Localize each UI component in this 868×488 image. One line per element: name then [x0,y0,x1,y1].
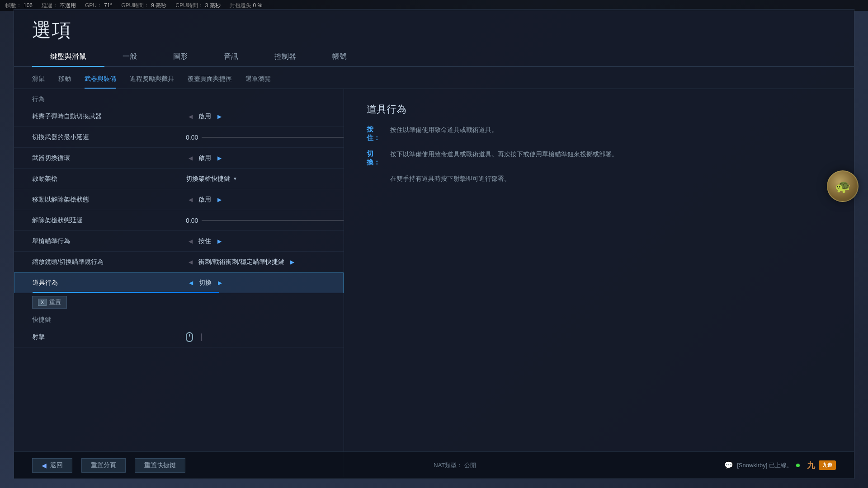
reset-btn-container: X 重置 [14,293,344,311]
arrow-right-7[interactable]: ▶ [288,258,297,267]
dismount-delay-slider[interactable] [202,220,344,221]
arrow-left-2[interactable]: ◀ [186,154,195,163]
chat-area: 💬 [Snowkirby] 已上線。 [724,461,800,469]
setting-auto-switch-value: ◀ 啟用 ▶ [186,112,344,121]
setting-switch-delay[interactable]: 切換武器的最小延遲 0.00 [14,127,344,148]
setting-weapon-cycle-label: 武器切換循環 [32,154,186,162]
help-item-2: 在雙手持有道具時按下射擊即可進行部署。 [367,174,831,183]
shortcut-shoot-value: | [186,332,344,342]
setting-equipment-behavior-value: ◀ 切換 ▶ [186,278,343,287]
setting-weapon-cycle-value: ◀ 啟用 ▶ [186,154,344,163]
gpu-time-status: GPU時間： 9 毫秒 [121,2,166,9]
reset-key-icon: X [38,299,47,306]
setting-zoom-behavior[interactable]: 縮放鏡頭/切換瞄準鏡行為 ◀ 衝刺/戰術衝刺/穩定瞄準快捷鍵 ▶ [14,252,344,272]
arrow-left-6[interactable]: ◀ [186,237,195,246]
help-desc-2: 在雙手持有道具時按下射擊即可進行部署。 [390,174,510,183]
tab-graphics[interactable]: 圖形 [155,47,206,67]
setting-auto-switch-label: 耗盡子彈時自動切換武器 [32,113,186,121]
arrow-right-6[interactable]: ▶ [215,237,224,246]
setting-aim-behavior[interactable]: 舉槍瞄準行為 ◀ 按住 ▶ [14,231,344,252]
online-user: [Snowkirby] 已上線。 [737,461,793,469]
reset-shortcuts-label: 重置快捷鍵 [144,461,176,469]
setting-zoom-behavior-value: ◀ 衝刺/戰術衝刺/穩定瞄準快捷鍵 ▶ [186,258,344,267]
sub-tabs: 滑鼠 移動 武器與裝備 進程獎勵與截具 覆蓋頁面與捷徑 選單瀏覽 [14,67,854,89]
main-container: 幀數： 106 延遲： 不適用 GPU： 71° GPU時間： 9 毫秒 CPU… [0,0,868,488]
gpu-value: 71° [104,2,112,9]
arrow-right-0[interactable]: ▶ [215,112,224,121]
mouse-dot [189,334,190,337]
arrow-right-4[interactable]: ▶ [215,195,224,204]
tab-keyboard-mouse[interactable]: 鍵盤與滑鼠 [32,47,104,67]
brand-logo: 九遊 [819,460,836,470]
arrow-left-0[interactable]: ◀ [186,112,195,121]
help-item-0: 按住： 按住以準備使用致命道具或戰術道具。 [367,125,831,142]
cpu-time-status: CPU時間： 3 毫秒 [175,2,220,9]
reset-shortcuts-button[interactable]: 重置快捷鍵 [135,458,185,473]
left-panel: 行為 耗盡子彈時自動切換武器 ◀ 啟用 ▶ 切換武器的最小延遲 [14,89,344,477]
shortcut-shoot-label: 射擊 [32,333,186,341]
bottom-right: 💬 [Snowkirby] 已上線。 九 九遊 [724,460,836,471]
setting-move-dismount-label: 移動以解除架槍狀態 [32,196,186,204]
shortcut-shoot[interactable]: 射擊 | [14,327,344,347]
reset-inline-button[interactable]: X 重置 [32,296,67,309]
tab-audio[interactable]: 音訊 [206,47,256,67]
gpu-time-value: 9 毫秒 [151,2,166,9]
gpu-label: GPU： [85,2,102,9]
nat-label: NAT類型： [434,462,462,469]
tab-general[interactable]: 一般 [104,47,155,67]
back-button[interactable]: ◀ 返回 [32,458,72,473]
help-title: 道具行為 [367,103,831,116]
arrow-left-7[interactable]: ◀ [186,258,195,267]
arrow-left-8[interactable]: ◀ [186,278,195,287]
setting-weapon-cycle[interactable]: 武器切換循環 ◀ 啟用 ▶ [14,148,344,169]
setting-move-dismount[interactable]: 移動以解除架槍狀態 ◀ 啟用 ▶ [14,189,344,210]
online-badge [796,464,800,467]
settings-list[interactable]: 耗盡子彈時自動切換武器 ◀ 啟用 ▶ 切換武器的最小延遲 0.00 [14,106,344,477]
tab-account[interactable]: 帳號 [314,47,365,67]
tab-controller[interactable]: 控制器 [256,47,314,67]
cpu-time-label: CPU時間： [175,2,203,9]
setting-aim-behavior-label: 舉槍瞄準行為 [32,237,186,245]
reset-section-label: 重置分頁 [91,461,116,469]
shortcuts-label: 快捷鍵 [14,311,344,327]
page-title: 選項 [14,9,854,47]
reset-section-button[interactable]: 重置分頁 [81,458,126,473]
fps-label: 幀數： [5,2,22,9]
subtab-mouse[interactable]: 滑鼠 [32,72,45,89]
subtab-weapons[interactable]: 武器與裝備 [85,72,116,89]
setting-dismount-delay-label: 解除架槍狀態延遲 [32,216,186,225]
setting-auto-switch[interactable]: 耗盡子彈時自動切換武器 ◀ 啟用 ▶ [14,106,344,127]
subtab-movement[interactable]: 移動 [58,72,71,89]
shortcuts-section: 快捷鍵 射擊 | [14,311,344,347]
fps-status: 幀數： 106 [5,2,33,9]
nat-info: NAT類型： 公開 [434,461,476,469]
setting-bipod-label: 啟動架槍 [32,175,186,183]
packet-value: 0 % [253,2,263,9]
arrow-right-2[interactable]: ▶ [215,154,224,163]
back-label: 返回 [50,461,63,469]
ping-value: 不適用 [60,2,76,9]
subtab-progression[interactable]: 進程獎勵與截具 [130,72,174,89]
nat-value: 公開 [464,462,476,469]
setting-equipment-behavior-label: 道具行為 [33,279,186,287]
setting-aim-behavior-value: ◀ 按住 ▶ [186,237,344,246]
arrow-right-8[interactable]: ▶ [215,278,224,287]
subtab-overlay[interactable]: 覆蓋頁面與捷徑 [188,72,232,89]
mascot: 🐢 [827,170,863,206]
arrow-left-4[interactable]: ◀ [186,195,195,204]
dropdown-arrow-3[interactable]: ▼ [233,176,237,181]
packet-label: 封包遺失 [230,2,251,9]
fps-value: 106 [24,2,33,9]
setting-switch-delay-value: 0.00 [186,134,344,141]
setting-equipment-behavior[interactable]: 道具行為 ◀ 切換 ▶ [14,272,344,293]
content-area: 行為 耗盡子彈時自動切換武器 ◀ 啟用 ▶ 切換武器的最小延遲 [14,89,854,477]
help-desc-0: 按住以準備使用致命道具或戰術道具。 [390,125,498,135]
help-key-0: 按住： [367,125,385,142]
switch-delay-slider[interactable] [202,137,344,138]
setting-bipod[interactable]: 啟動架槍 切換架槍快捷鍵 ▼ [14,169,344,189]
main-tabs: 鍵盤與滑鼠 一般 圖形 音訊 控制器 帳號 [14,47,854,67]
setting-dismount-delay[interactable]: 解除架槍狀態延遲 0.00 [14,210,344,231]
setting-move-dismount-value: ◀ 啟用 ▶ [186,195,344,204]
subtab-menu[interactable]: 選單瀏覽 [245,72,271,89]
reset-label: 重置 [49,298,61,306]
